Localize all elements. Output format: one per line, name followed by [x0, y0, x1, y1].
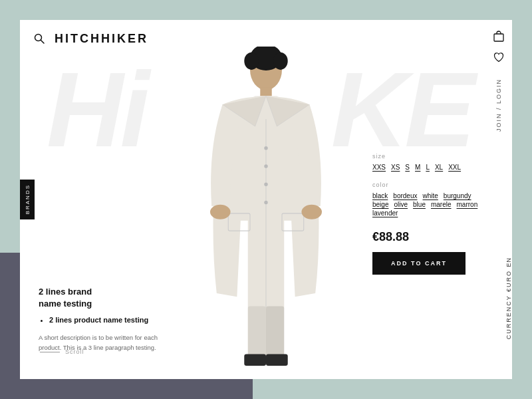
size-xs[interactable]: XS	[391, 164, 400, 171]
svg-rect-19	[266, 307, 284, 357]
scroll-indicator: Scroll	[40, 348, 84, 355]
right-sidebar: JOIN / LOGIN EN CURRENCY €URO	[485, 20, 512, 379]
product-name-item: 2 lines product name testing	[49, 315, 158, 325]
svg-rect-2	[494, 34, 503, 41]
svg-point-14	[264, 183, 267, 186]
color-blue[interactable]: blue	[413, 201, 426, 208]
product-figure-svg	[193, 47, 339, 366]
product-name-list: 2 lines product name testing	[39, 315, 158, 325]
svg-point-13	[264, 164, 267, 168]
size-xxs[interactable]: XXS	[372, 164, 386, 171]
currency-selector[interactable]: CURRENCY €URO	[505, 270, 512, 339]
color-bordeux[interactable]: bordeux	[393, 192, 417, 200]
scroll-label: Scroll	[65, 348, 84, 355]
svg-point-17	[301, 205, 322, 219]
svg-rect-21	[266, 354, 288, 366]
join-login-button[interactable]: JOIN / LOGIN	[495, 78, 502, 132]
left-content-panel: 2 lines brandname testing 2 lines produc…	[39, 286, 158, 352]
scroll-line	[40, 352, 60, 352]
svg-point-16	[210, 205, 231, 219]
wishlist-icon[interactable]	[493, 53, 504, 65]
color-beige[interactable]: beige	[372, 201, 388, 208]
main-card: HITCHHIKER JOIN / LOGIN EN CURRENCY €URO…	[20, 20, 512, 379]
color-burgundy[interactable]: burgundy	[444, 192, 471, 200]
add-to-cart-button[interactable]: ADD TO CART	[372, 252, 466, 275]
svg-line-1	[41, 41, 45, 44]
svg-point-15	[264, 201, 267, 204]
color-olive[interactable]: olive	[394, 201, 408, 208]
search-icon[interactable]	[33, 33, 45, 45]
color-white[interactable]: white	[423, 192, 438, 200]
brands-label: BRANDS	[25, 184, 31, 214]
color-marele[interactable]: marele	[431, 201, 452, 208]
color-black[interactable]: black	[372, 192, 388, 200]
svg-rect-20	[244, 354, 266, 366]
size-l[interactable]: L	[426, 164, 430, 171]
header: HITCHHIKER	[20, 20, 512, 57]
size-options: XXS XS S M L XL XXL	[372, 164, 479, 171]
color-label: color	[372, 182, 479, 188]
size-label: size	[372, 153, 479, 160]
size-xxl[interactable]: XXL	[448, 164, 461, 171]
site-logo: HITCHHIKER	[55, 32, 148, 46]
size-s[interactable]: S	[405, 164, 410, 171]
svg-point-12	[264, 146, 267, 150]
color-lavender[interactable]: lavender	[372, 209, 398, 217]
brands-bar[interactable]: BRANDS	[20, 180, 35, 219]
watermark-ke: KE	[331, 57, 472, 163]
watermark-hi: Hi	[47, 57, 146, 163]
currency-section: EN CURRENCY €URO	[505, 257, 512, 339]
right-content-panel: size XXS XS S M L XL XXL color black bor…	[372, 153, 479, 275]
color-marron[interactable]: marron	[457, 201, 478, 208]
color-options: black bordeux white burgundy beige olive…	[372, 192, 479, 217]
size-xl[interactable]: XL	[435, 164, 443, 171]
size-m[interactable]: M	[415, 164, 420, 171]
product-image	[193, 47, 339, 366]
brand-name-text: 2 lines brandname testing	[39, 286, 158, 310]
language-selector[interactable]: EN	[505, 257, 512, 267]
cart-icon[interactable]	[493, 31, 505, 46]
svg-rect-7	[260, 87, 271, 97]
svg-rect-18	[248, 307, 266, 357]
product-price: €88.88	[372, 230, 479, 244]
